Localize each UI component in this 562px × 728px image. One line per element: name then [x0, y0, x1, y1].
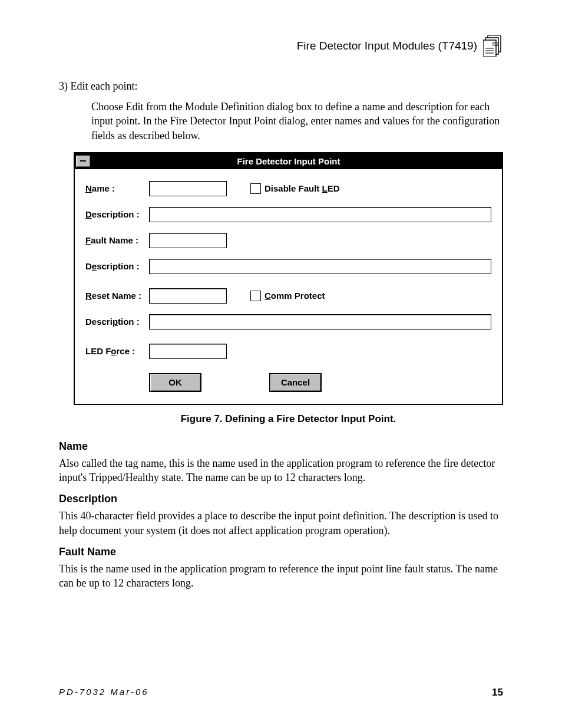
- disable-fault-led-label: Disable Fault LED: [265, 183, 340, 193]
- page-footer: PD-7032 Mar-06 15: [59, 687, 503, 699]
- name-label: Name :: [85, 183, 149, 193]
- disable-fault-led-checkbox[interactable]: [250, 183, 261, 194]
- pd-document-icon: PD: [483, 35, 503, 57]
- reset-description-label: Description :: [85, 317, 149, 327]
- description-section-heading: Description: [59, 493, 503, 505]
- fire-detector-dialog: Fire Detector Input Point Name : Disable…: [74, 152, 503, 405]
- name-section-text: Also called the tag name, this is the na…: [59, 456, 503, 485]
- led-force-label: LED Force :: [85, 346, 149, 356]
- cancel-button[interactable]: Cancel: [269, 373, 322, 392]
- ok-button[interactable]: OK: [149, 373, 201, 392]
- fault-description-input[interactable]: [149, 259, 491, 274]
- fault-name-label: Fault Name :: [85, 235, 149, 245]
- footer-docid: PD-7032 Mar-06: [59, 687, 149, 699]
- svg-text:PD: PD: [492, 41, 498, 45]
- reset-description-input[interactable]: [149, 314, 491, 330]
- reset-name-input[interactable]: [149, 288, 227, 304]
- name-input[interactable]: [149, 181, 227, 196]
- fault-section-text: This is the name used in the application…: [59, 562, 503, 591]
- comm-protect-label: Comm Protect: [265, 291, 325, 301]
- description-input[interactable]: [149, 207, 491, 222]
- fault-section-heading: Fault Name: [59, 546, 503, 558]
- description-section-text: This 40-character field provides a place…: [59, 509, 503, 538]
- name-section-heading: Name: [59, 440, 503, 453]
- step-text: Choose Edit from the Module Definition d…: [91, 100, 503, 143]
- description-label: Description :: [85, 209, 149, 219]
- led-force-input[interactable]: [149, 344, 227, 359]
- header-title: Fire Detector Input Modules (T7419): [297, 39, 477, 52]
- fault-name-input[interactable]: [149, 233, 227, 248]
- figure-caption: Figure 7. Defining a Fire Detector Input…: [74, 413, 503, 425]
- fault-description-label: Description :: [85, 261, 149, 271]
- reset-name-label: Reset Name :: [85, 291, 149, 301]
- page-header: Fire Detector Input Modules (T7419) PD: [59, 35, 503, 57]
- step-heading: 3) Edit each point:: [59, 80, 503, 93]
- dialog-titlebar: Fire Detector Input Point: [75, 153, 502, 169]
- dialog-title: Fire Detector Input Point: [75, 156, 502, 166]
- footer-page-number: 15: [492, 687, 503, 699]
- comm-protect-checkbox[interactable]: [250, 291, 261, 301]
